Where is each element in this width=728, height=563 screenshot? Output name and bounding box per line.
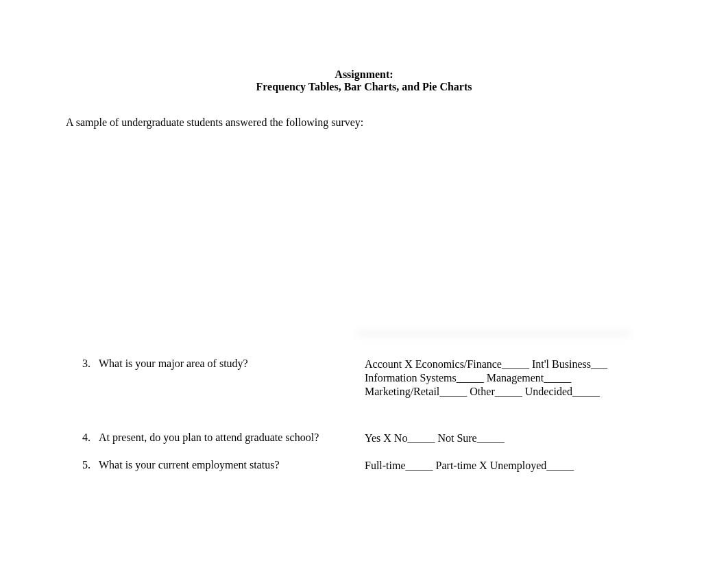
question-3-row: 3. What is your major area of study? Acc… (82, 358, 728, 399)
question-4-answer: Yes X No_____ Not Sure_____ (365, 431, 728, 445)
question-4-row: 4. At present, do you plan to attend gra… (82, 431, 728, 445)
question-5-text: What is your current employment status? (99, 459, 365, 471)
assignment-title-line2: Frequency Tables, Bar Charts, and Pie Ch… (0, 81, 728, 93)
intro-text: A sample of undergraduate students answe… (66, 116, 728, 129)
question-3-number: 3. (82, 358, 99, 370)
question-5-answer: Full-time_____ Part-time X Unemployed___… (365, 459, 728, 473)
question-4-text: At present, do you plan to attend gradua… (99, 431, 365, 444)
question-3-text: What is your major area of study? (99, 358, 365, 370)
assignment-header: Assignment: Frequency Tables, Bar Charts… (0, 68, 728, 93)
question-3-answer: Account X Economics/Finance_____ Int'l B… (365, 358, 728, 399)
question-5-row: 5. What is your current employment statu… (82, 459, 728, 473)
question-5-number: 5. (82, 459, 99, 471)
questions-section: 3. What is your major area of study? Acc… (82, 358, 728, 473)
question-4-number: 4. (82, 431, 99, 444)
assignment-title-line1: Assignment: (0, 68, 728, 81)
blur-overlay (356, 327, 631, 340)
